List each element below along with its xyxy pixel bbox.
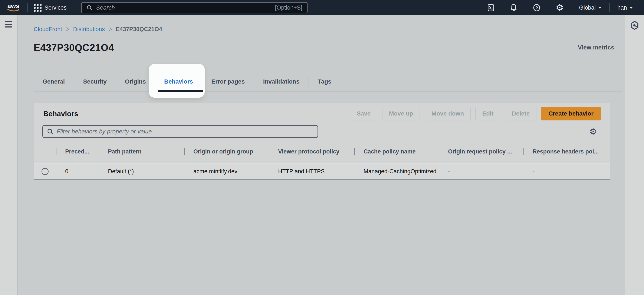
nav-divider xyxy=(548,3,548,12)
main-content: CloudFront > Distributions > E437P30QC21… xyxy=(18,15,625,295)
account-label: han xyxy=(618,5,627,11)
view-metrics-button[interactable]: View metrics xyxy=(570,41,622,54)
tab-behaviors-label: Behaviors xyxy=(164,78,193,85)
active-tab-underline xyxy=(158,90,204,92)
nav-divider xyxy=(571,3,572,12)
column-header-cache-policy-name: Cache policy name xyxy=(354,148,439,155)
cell-origin: acme.mintlify.dev xyxy=(184,168,269,175)
move-up-button[interactable]: Move up xyxy=(382,107,420,120)
tab-behaviors[interactable]: Behaviors xyxy=(155,72,202,91)
chevron-down-icon xyxy=(598,7,602,9)
tab-security[interactable]: Security xyxy=(74,72,116,91)
tab-invalidations[interactable]: Invalidations xyxy=(254,72,308,91)
tab-bar: General Security Origins Behaviors Error… xyxy=(34,72,622,91)
services-label: Services xyxy=(44,5,67,11)
column-header-origin-request-policy: Origin request policy ... xyxy=(439,148,524,155)
table-preferences-gear-icon[interactable]: ⚙ xyxy=(589,127,597,136)
cell-precedence: 0 xyxy=(56,168,99,175)
gear-icon: ⚙ xyxy=(556,3,564,12)
save-button[interactable]: Save xyxy=(350,107,377,120)
services-menu[interactable]: Services xyxy=(30,0,70,15)
tab-error-pages[interactable]: Error pages xyxy=(202,72,254,91)
behaviors-panel: Behaviors Save Move up Move down Edit De… xyxy=(34,103,610,180)
page-title: E437P30QC21O4 xyxy=(34,42,114,53)
settings-button[interactable]: ⚙ xyxy=(550,0,569,15)
filter-row: ⚙ xyxy=(42,125,600,138)
search-icon xyxy=(86,5,93,11)
page-header: E437P30QC21O4 View metrics xyxy=(34,41,622,54)
cell-cache-policy-name: Managed-CachingOptimized xyxy=(354,168,439,175)
help-question-icon: ? xyxy=(532,4,541,12)
account-menu[interactable]: han xyxy=(612,0,638,15)
table-row: 0 Default (*) acme.mintlify.dev HTTP and… xyxy=(34,163,610,179)
search-icon xyxy=(47,128,54,135)
notifications-button[interactable] xyxy=(504,0,523,15)
breadcrumb-chevron-icon: > xyxy=(66,25,70,34)
column-header-viewer-protocol-policy: Viewer protocol policy xyxy=(269,148,354,155)
move-down-button[interactable]: Move down xyxy=(425,107,471,120)
delete-button[interactable]: Delete xyxy=(505,107,536,120)
nav-divider xyxy=(502,3,502,12)
region-selector[interactable]: Global xyxy=(574,0,607,15)
panel-action-buttons: Save Move up Move down Edit Delete Creat… xyxy=(350,107,601,120)
global-search-bar[interactable]: [Option+S] xyxy=(81,2,308,13)
table-header-row: Preced... Path pattern Origin or origin … xyxy=(34,146,610,158)
breadcrumb-distributions-link[interactable]: Distributions xyxy=(73,26,105,33)
behaviors-panel-header: Behaviors Save Move up Move down Edit De… xyxy=(43,107,601,120)
filter-behaviors-input[interactable] xyxy=(57,128,314,135)
cloudshell-terminal-icon xyxy=(487,4,495,12)
cloudshell-button[interactable] xyxy=(482,0,500,15)
bell-icon xyxy=(510,4,518,12)
nav-right-group: ? ⚙ Global han xyxy=(482,0,638,15)
aws-logo[interactable]: aws xyxy=(7,3,20,12)
cell-path-pattern: Default (*) xyxy=(99,168,184,175)
edit-button[interactable]: Edit xyxy=(475,107,500,120)
tab-general[interactable]: General xyxy=(34,72,74,91)
aws-logo-text: aws xyxy=(8,3,20,9)
panel-title: Behaviors xyxy=(43,110,78,118)
help-button[interactable]: ? xyxy=(528,0,546,15)
create-behavior-button[interactable]: Create behavior xyxy=(541,107,601,120)
breadcrumb-chevron-icon: > xyxy=(108,25,112,34)
resource-hexagon-icon[interactable] xyxy=(630,21,639,30)
cell-origin-request-policy: - xyxy=(439,168,524,175)
row-radio-button[interactable] xyxy=(42,168,48,175)
left-rail xyxy=(0,15,18,295)
breadcrumb-current-page: E437P30QC21O4 xyxy=(116,26,162,33)
breadcrumb-cloudfront-link[interactable]: CloudFront xyxy=(34,26,62,33)
chevron-down-icon xyxy=(630,7,633,9)
app-frame: CloudFront > Distributions > E437P30QC21… xyxy=(0,15,644,295)
row-select-cell xyxy=(34,168,56,175)
aws-smile-icon xyxy=(7,9,20,12)
behaviors-table: Preced... Path pattern Origin or origin … xyxy=(34,146,610,179)
svg-text:?: ? xyxy=(536,6,538,10)
search-input[interactable] xyxy=(96,4,272,11)
nav-divider xyxy=(525,3,526,12)
hamburger-menu-button[interactable] xyxy=(5,21,12,28)
column-header-origin: Origin or origin group xyxy=(184,148,269,155)
filter-input-container[interactable] xyxy=(42,125,318,138)
nav-divider xyxy=(27,3,28,12)
region-label: Global xyxy=(579,5,596,11)
cell-viewer-protocol-policy: HTTP and HTTPS xyxy=(269,168,354,175)
nav-divider xyxy=(609,3,610,12)
column-header-path-pattern: Path pattern xyxy=(99,148,184,155)
cell-response-headers-policy: - xyxy=(524,168,610,175)
breadcrumb: CloudFront > Distributions > E437P30QC21… xyxy=(34,26,622,33)
column-header-precedence: Preced... xyxy=(56,148,99,155)
services-grid-icon xyxy=(34,4,42,12)
search-shortcut-hint: [Option+S] xyxy=(275,5,302,11)
tab-tags[interactable]: Tags xyxy=(309,72,340,91)
right-rail xyxy=(625,15,644,295)
column-header-response-headers-policy: Response headers pol... xyxy=(524,148,610,155)
top-navigation-bar: aws Services [Option+S] xyxy=(0,0,644,15)
